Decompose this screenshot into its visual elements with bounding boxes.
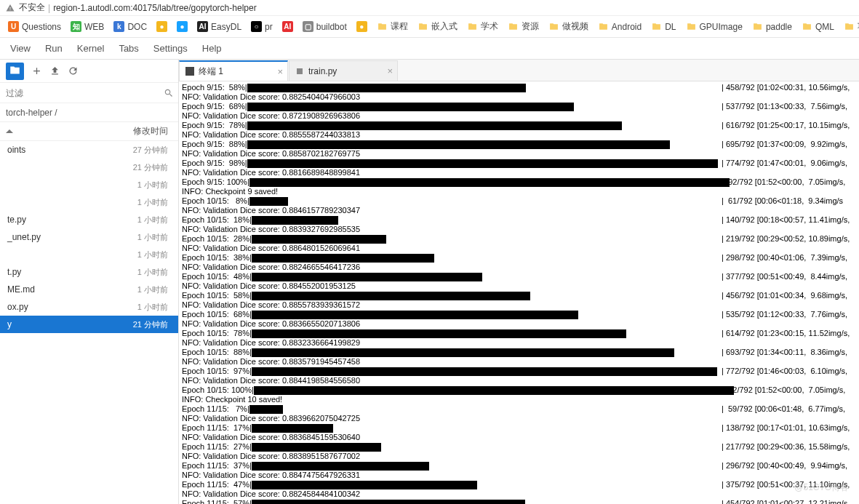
progress-bar [247,103,574,111]
bookmark-folder-label: paddle [766,22,792,32]
bookmark-folder[interactable]: 学术 [463,19,502,34]
bookmark-item[interactable]: AIEasyDL [193,20,245,33]
progress-stats: | 138/792 [00:17<01:01, 10.63img/s, [722,423,850,433]
file-row[interactable]: 1 小时前 [0,176,178,193]
progress-label: Epoch 10/15: 100%| [182,385,254,395]
search-icon[interactable] [164,88,174,98]
terminal-line: NFO: Validation Dice score: 0.8846157789… [182,206,858,215]
progress-stats: 792/792 [01:52<00:00, 7.05img/s, [722,385,847,395]
menu-item-tabs[interactable]: Tabs [111,40,145,57]
bookmark-item[interactable]: ▢buildbot [299,20,351,33]
progress-stats: | 774/792 [01:47<00:01, 9.06img/s, [722,159,847,168]
file-time: 1 小时前 [137,215,168,225]
tab-label: train.py [308,66,337,76]
progress-line: Epoch 10/15: 38%|| 298/792 [00:40<01:06,… [182,253,858,263]
bookmark-item[interactable]: ○pr [247,20,276,33]
folder-icon [417,22,428,31]
progress-stats: | 537/792 [01:13<00:33, 7.56img/s, [722,102,847,111]
bookmark-icon: AI [197,21,208,32]
progress-line: Epoch 10/15: 58%|| 456/792 [01:01<00:34,… [182,291,858,300]
bookmark-folder[interactable]: GPUImage [682,20,746,33]
menu-item-settings[interactable]: Settings [146,40,195,57]
tab[interactable]: 终端 1× [179,60,288,81]
progress-line: Epoch 9/15: 98%|| 774/792 [01:47<00:01, … [182,159,858,168]
menu-item-kernel[interactable]: Kernel [70,40,112,57]
bookmark-item[interactable]: ● [353,20,371,33]
file-row[interactable]: 21 分钟前 [0,159,178,176]
file-row[interactable]: 1 小时前 [0,246,178,263]
tab[interactable]: train.py× [289,60,398,81]
bookmark-folder[interactable]: Android [594,20,645,33]
close-icon[interactable]: × [277,66,283,77]
new-folder-button[interactable] [6,63,24,80]
file-name: y [7,319,12,329]
bookmark-folder[interactable]: 项目 [840,19,859,34]
file-row[interactable]: 1 小时前 [0,193,178,211]
progress-line: Epoch 9/15: 100%| 792/792 [01:52<00:00, … [182,177,858,187]
add-icon[interactable] [31,65,42,76]
bookmark-folder[interactable]: paddle [748,20,796,33]
progress-bar [252,311,578,319]
bookmark-folder-label: QML [815,22,834,32]
bookmark-folder[interactable]: 课程 [373,19,412,34]
progress-line: Epoch 11/15: 47%|| 375/792 [00:51<00:37,… [182,480,858,489]
close-icon[interactable]: × [387,65,393,76]
bookmark-folder[interactable]: 嵌入式 [414,19,461,34]
bookmark-folder[interactable]: QML [798,20,838,33]
file-row[interactable]: ME.md1 小时前 [0,281,178,298]
progress-label: Epoch 10/15: 68%| [182,310,252,319]
menu-item-view[interactable]: View [3,40,38,57]
bookmark-item[interactable]: kDOC [110,20,151,33]
file-list: oints27 分钟前21 分钟前1 小时前1 小时前te.py1 小时前_un… [0,141,178,504]
filter-input[interactable] [4,85,164,101]
svg-rect-0 [185,67,194,76]
bookmark-icon: ○ [251,21,262,32]
bookmark-folder[interactable]: 资源 [504,19,543,34]
bookmark-folder-label: GPUImage [700,22,743,32]
bookmark-item[interactable]: ● [153,20,171,33]
progress-label: Epoch 10/15: 8%| [182,196,249,206]
bookmark-icon: ▢ [303,21,313,32]
progress-line: Epoch 10/15: 88%|| 693/792 [01:34<00:11,… [182,348,858,357]
bookmark-item[interactable]: 知WEB [67,20,108,33]
terminal-output[interactable]: Epoch 9/15: 58%|| 458/792 [01:02<00:31, … [179,81,859,504]
progress-stats: | 456/792 [01:01<00:34, 9.68img/s, [722,291,847,300]
caret-up-icon[interactable] [6,128,13,135]
bookmark-icon: U [8,21,19,32]
breadcrumb[interactable]: torch-helper / [0,103,178,122]
bookmark-folder[interactable]: DL [647,20,679,33]
terminal-line: NFO: Validation Dice score: 0.8855587244… [182,130,858,140]
terminal-line: NFO: Validation Dice score: 0.8864801526… [182,244,858,253]
refresh-icon[interactable] [68,65,79,76]
progress-line: Epoch 10/15: 78%|| 614/792 [01:23<00:15,… [182,329,858,338]
bookmark-folder[interactable]: 做视频 [545,19,592,34]
file-row[interactable]: t.py1 小时前 [0,263,178,281]
file-row[interactable]: ox.py1 小时前 [0,298,178,316]
file-time: 1 小时前 [137,197,168,208]
folder-icon [651,22,662,31]
menu-item-help[interactable]: Help [195,40,229,57]
file-row[interactable]: y21 分钟前 [0,316,178,333]
progress-stats: | 535/792 [01:12<00:33, 7.76img/s, [722,310,847,319]
folder-icon [802,22,812,31]
file-row[interactable]: te.py1 小时前 [0,211,178,228]
folder-icon [377,22,388,31]
progress-stats: | 616/792 [01:25<00:17, 10.15img/s, [722,121,850,130]
bookmark-item[interactable]: AI [279,20,297,33]
file-time: 27 分钟前 [133,145,168,156]
bookmark-label: Questions [22,22,61,32]
progress-label: Epoch 10/15: 88%| [182,348,252,357]
file-row[interactable]: _unet.py1 小时前 [0,228,178,246]
file-row[interactable]: oints27 分钟前 [0,141,178,159]
bookmark-icon: k [113,21,124,32]
terminal-line: NFO: Validation Dice score: 0.8832336664… [182,338,858,348]
modified-header[interactable]: 修改时间 [133,125,168,137]
bookmark-item[interactable]: UQuestions [4,20,65,33]
upload-icon[interactable] [49,65,60,76]
menu-item-run[interactable]: Run [38,40,70,57]
bookmark-folder-label: 做视频 [562,20,588,33]
folder-icon [844,22,855,31]
bookmark-item[interactable]: ● [173,20,191,33]
bookmark-folder-label: Android [612,22,642,32]
file-name: t.py [7,267,21,277]
